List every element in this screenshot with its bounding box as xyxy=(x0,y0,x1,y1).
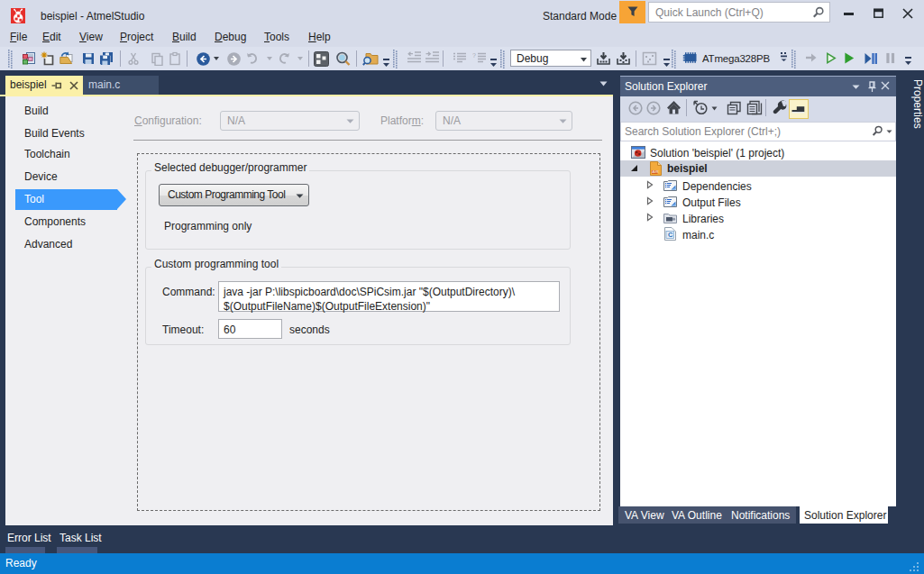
svg-text:AVR: AVR xyxy=(653,170,660,174)
svg-text:?: ? xyxy=(472,52,476,59)
svg-text:C: C xyxy=(668,231,673,239)
